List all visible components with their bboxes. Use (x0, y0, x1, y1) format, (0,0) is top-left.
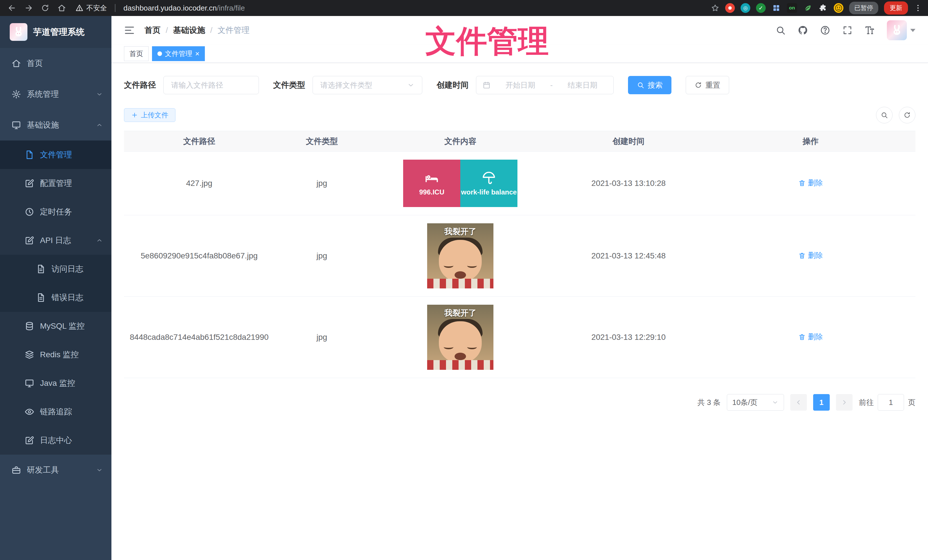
toolbox-icon (11, 465, 21, 475)
gear-icon (11, 90, 21, 99)
sidebar-item-label: API 日志 (40, 235, 71, 246)
edit-icon (24, 236, 34, 245)
tab-file-management[interactable]: 文件管理 × (152, 46, 205, 61)
sidebar-item-redis-monitor[interactable]: Redis 监控 (0, 340, 111, 369)
filter-form: 文件路径 文件类型 请选择文件类型 创建时间 (124, 76, 916, 94)
divider (115, 4, 115, 12)
end-date-placeholder: 结束日期 (558, 80, 607, 90)
file-type-select[interactable]: 请选择文件类型 (313, 76, 422, 94)
edit-icon (24, 435, 34, 445)
sidebar-item-label: Redis 监控 (40, 349, 79, 360)
extension-icon-on-badge[interactable]: on (787, 3, 797, 13)
monitor-icon (24, 378, 34, 388)
avatar (887, 20, 907, 40)
reset-button-label: 重置 (705, 80, 720, 90)
baby-eye (444, 345, 453, 349)
delete-button-label: 删除 (808, 178, 823, 188)
sidebar-item-infrastructure[interactable]: 基础设施 (0, 110, 111, 140)
user-avatar-menu[interactable] (887, 20, 916, 40)
delete-button[interactable]: 删除 (798, 332, 823, 342)
upload-file-button[interactable]: 上传文件 (124, 108, 176, 122)
page-size-select[interactable]: 10条/页 (727, 394, 784, 411)
browser-back-icon[interactable] (6, 2, 18, 14)
range-separator: - (550, 81, 553, 90)
browser-home-icon[interactable] (55, 2, 68, 14)
breadcrumb-infrastructure[interactable]: 基础设施 (173, 25, 205, 36)
date-range-picker[interactable]: 开始日期 - 结束日期 (476, 76, 614, 94)
extension-icon-grid[interactable] (771, 3, 781, 13)
cell-file-path: 8448cada8c714e4ab61f521c8da21990 (124, 297, 274, 378)
next-page-button[interactable] (836, 394, 853, 411)
sidebar-item-home[interactable]: 首页 (0, 48, 111, 79)
browser-forward-icon[interactable] (22, 2, 35, 14)
delete-button[interactable]: 删除 (798, 250, 823, 260)
file-path-input[interactable] (163, 76, 259, 94)
sidebar-item-mysql-monitor[interactable]: MySQL 监控 (0, 312, 111, 340)
file-preview-image[interactable]: 我裂开了 (427, 223, 493, 288)
file-type-label: 文件类型 (273, 80, 305, 91)
sidebar-item-file-management[interactable]: 文件管理 (0, 140, 111, 169)
sidebar-item-error-logs[interactable]: 错误日志 (0, 283, 111, 312)
cell-create-time: 2021-03-13 12:29:10 (551, 297, 706, 378)
start-date-placeholder: 开始日期 (496, 80, 545, 90)
filter-file-path: 文件路径 (124, 76, 259, 94)
fullscreen-icon[interactable] (842, 25, 853, 35)
toggle-search-button[interactable] (876, 107, 893, 123)
font-size-icon[interactable] (865, 25, 875, 35)
delete-button[interactable]: 删除 (798, 178, 823, 188)
sidebar-item-access-logs[interactable]: 访问日志 (0, 255, 111, 283)
browser-menu-icon[interactable] (914, 4, 922, 12)
upload-button-label: 上传文件 (141, 111, 168, 120)
goto-page-input[interactable] (878, 394, 904, 411)
paused-chip[interactable]: 已暂停 (849, 2, 878, 14)
cell-file-type: jpg (274, 152, 369, 215)
extension-icon-record[interactable] (725, 3, 735, 13)
sidebar-item-log-center[interactable]: 日志中心 (0, 426, 111, 455)
tab-home[interactable]: 首页 (124, 46, 148, 61)
goto-page: 前往 页 (859, 394, 916, 411)
profile-smiley-icon[interactable] (834, 3, 843, 13)
reset-button[interactable]: 重置 (686, 76, 729, 94)
cell-file-type: jpg (274, 297, 369, 378)
sidebar-item-label: 定时任务 (40, 207, 72, 217)
app-logo[interactable]: 芋道管理系统 (0, 16, 111, 48)
cell-create-time: 2021-03-13 12:45:48 (551, 215, 706, 297)
tab-close-icon[interactable]: × (195, 50, 200, 58)
sidebar-item-dev-tools[interactable]: 研发工具 (0, 455, 111, 485)
extensions-puzzle-icon[interactable] (818, 3, 828, 13)
sidebar-item-tracing[interactable]: 链路追踪 (0, 397, 111, 426)
sidebar-item-api-logs[interactable]: API 日志 (0, 226, 111, 255)
sidebar-toggle-icon[interactable] (124, 25, 135, 36)
filter-file-type: 文件类型 请选择文件类型 (273, 76, 422, 94)
baby-mouth (455, 271, 466, 279)
file-preview-image[interactable]: 996.ICU work-life balance (403, 160, 517, 207)
search-icon[interactable] (775, 25, 786, 35)
sidebar-item-config-management[interactable]: 配置管理 (0, 169, 111, 198)
sidebar-item-scheduled-tasks[interactable]: 定时任务 (0, 198, 111, 226)
page-number-1[interactable]: 1 (813, 394, 830, 411)
sidebar-item-java-monitor[interactable]: Java 监控 (0, 369, 111, 397)
github-icon[interactable] (798, 25, 808, 35)
select-placeholder: 请选择文件类型 (320, 80, 407, 90)
extension-icon-shield-check[interactable]: ✓ (756, 3, 766, 13)
breadcrumb-separator: / (210, 26, 212, 35)
sidebar-item-system-management[interactable]: 系统管理 (0, 79, 111, 110)
table-toolbar: 上传文件 (124, 107, 916, 123)
update-button[interactable]: 更新 (884, 2, 908, 15)
extension-icon-leaf[interactable] (803, 3, 813, 13)
extension-icon-teal[interactable]: ◎ (740, 3, 750, 13)
site-security-chip[interactable]: 不安全 (75, 3, 107, 12)
search-icon (637, 81, 644, 89)
file-preview-image[interactable]: 我裂开了 (427, 305, 493, 370)
prev-page-button[interactable] (790, 394, 807, 411)
address-bar[interactable]: dashboard.yudao.iocoder.cn/infra/file (124, 4, 708, 12)
search-button[interactable]: 搜索 (628, 76, 672, 94)
help-icon[interactable] (820, 25, 830, 35)
browser-reload-icon[interactable] (39, 2, 52, 14)
goto-prefix: 前往 (859, 397, 874, 408)
baby-mouth (455, 353, 466, 360)
refresh-table-button[interactable] (899, 107, 916, 123)
breadcrumb-home[interactable]: 首页 (145, 25, 160, 36)
baby-eye (444, 263, 453, 268)
bookmark-star-icon[interactable] (711, 4, 719, 12)
